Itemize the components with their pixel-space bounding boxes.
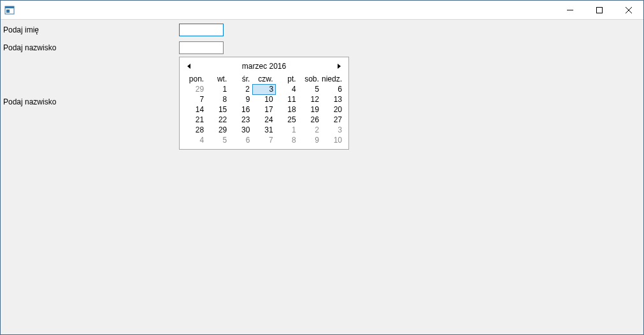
calendar-day[interactable]: 10 [322,135,345,145]
row-last-name-2: Podaj nazwisko [3,97,179,106]
label-last-name-2: Podaj nazwisko [3,97,179,106]
calendar-day[interactable]: 28 [183,125,206,135]
calendar-day-header: wt. [206,74,229,84]
calendar-day[interactable]: 6 [322,84,345,94]
calendar-day[interactable]: 12 [299,94,322,104]
maximize-button[interactable] [585,1,614,19]
calendar-day[interactable]: 7 [183,94,206,104]
svg-rect-4 [597,7,603,13]
calendar-day[interactable]: 4 [276,84,299,94]
calendar-day[interactable]: 15 [206,104,229,115]
svg-rect-1 [5,6,14,8]
calendar-day[interactable]: 5 [299,84,322,94]
calendar-day[interactable]: 29 [183,84,206,94]
calendar-day[interactable]: 2 [299,125,322,135]
calendar-day[interactable]: 9 [299,135,322,145]
calendar-day[interactable]: 26 [299,115,322,125]
calendar-day[interactable]: 20 [322,104,345,115]
calendar-day[interactable]: 14 [183,104,206,115]
calendar-prev-button[interactable] [183,61,195,72]
calendar-day[interactable]: 8 [206,94,229,104]
calendar-day[interactable]: 31 [252,125,275,135]
label-first-name: Podaj imię [3,25,179,34]
calendar-day[interactable]: 8 [276,135,299,145]
svg-rect-2 [6,10,10,13]
calendar-day[interactable]: 21 [183,115,206,125]
calendar-day[interactable]: 1 [276,125,299,135]
calendar-header: marzec 2016 [183,59,345,74]
calendar-day[interactable]: 13 [322,94,345,104]
calendar-day[interactable]: 9 [229,94,252,104]
calendar-day[interactable]: 18 [276,104,299,115]
calendar-day-header: sob. [299,74,322,84]
calendar-day[interactable]: 2 [229,84,252,94]
calendar-next-button[interactable] [333,61,345,72]
calendar-day[interactable]: 17 [252,104,275,115]
calendar-day-header: czw. [252,74,275,84]
calendar-day[interactable]: 6 [229,135,252,145]
calendar-day[interactable]: 19 [299,104,322,115]
svg-marker-8 [338,64,341,69]
calendar-day[interactable]: 7 [252,135,275,145]
calendar-day[interactable]: 25 [276,115,299,125]
close-button[interactable] [614,1,643,19]
calendar-day[interactable]: 11 [276,94,299,104]
calendar-day[interactable]: 22 [206,115,229,125]
svg-marker-7 [187,64,190,69]
calendar-day[interactable]: 5 [206,135,229,145]
calendar-day[interactable]: 24 [252,115,275,125]
calendar-day[interactable]: 30 [229,125,252,135]
last-name-input[interactable] [179,41,224,54]
titlebar [1,1,643,20]
app-icon [4,5,15,15]
calendar-day[interactable]: 23 [229,115,252,125]
calendar-day[interactable]: 29 [206,125,229,135]
calendar-day[interactable]: 3 [252,84,275,94]
calendar-day-header: niedz. [322,74,345,84]
calendar-day[interactable]: 27 [322,115,345,125]
first-name-input[interactable] [179,24,224,36]
window-controls [555,1,643,19]
row-first-name: Podaj imię [3,24,224,36]
calendar-day-header: pon. [183,74,206,84]
row-last-name: Podaj nazwisko [3,41,224,54]
calendar-day-header: śr. [229,74,252,84]
calendar[interactable]: marzec 2016 pon.wt.śr.czw.pt.sob.niedz. … [179,57,349,150]
minimize-button[interactable] [555,1,585,19]
calendar-title[interactable]: marzec 2016 [195,62,333,71]
calendar-day[interactable]: 16 [229,104,252,115]
app-window: Podaj imię Podaj nazwisko Podaj nazwisko… [0,0,644,335]
calendar-day[interactable]: 4 [183,135,206,145]
client-area: Podaj imię Podaj nazwisko Podaj nazwisko… [1,20,643,334]
calendar-grid: pon.wt.śr.czw.pt.sob.niedz. 291234567891… [183,74,345,145]
label-last-name: Podaj nazwisko [3,43,179,52]
calendar-day-header: pt. [276,74,299,84]
calendar-day[interactable]: 3 [322,125,345,135]
calendar-day[interactable]: 10 [252,94,275,104]
calendar-day[interactable]: 1 [206,84,229,94]
